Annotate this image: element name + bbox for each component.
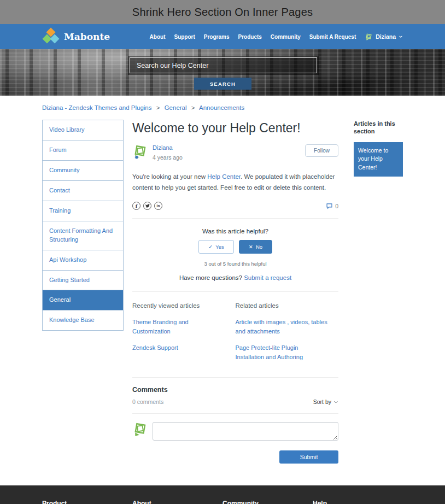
banner-title: Shrink Hero Section On Inner Pages xyxy=(132,6,313,19)
recently-viewed: Recently viewed articles Theme Branding … xyxy=(132,302,236,369)
comments-count-label: 0 comments xyxy=(132,398,163,405)
related-article-link[interactable]: Article with images , videos, tables and… xyxy=(236,318,329,336)
author-link[interactable]: Diziana xyxy=(153,144,305,151)
sort-by-dropdown[interactable]: Sort by xyxy=(313,398,338,405)
breadcrumb-section[interactable]: Announcements xyxy=(199,104,244,111)
nav-link-products[interactable]: Products xyxy=(238,34,262,40)
helpful-yes-button[interactable]: ✓ Yes xyxy=(198,240,234,254)
footer-heading: Help xyxy=(313,500,403,504)
section-article-current[interactable]: Welcome to your Help Center! xyxy=(354,142,403,177)
breadcrumb-category[interactable]: General xyxy=(165,104,187,111)
helpful-section: Was this article helpful? ✓ Yes ✕ No 3 o… xyxy=(132,227,338,283)
helpful-question: Was this article helpful? xyxy=(132,228,338,235)
sort-by-label: Sort by xyxy=(313,398,331,405)
comment-bubble-icon xyxy=(326,202,333,209)
share-row: f in 0 xyxy=(132,202,338,210)
user-avatar-icon xyxy=(365,33,373,41)
footer-col-help: Help Support Center Contact Us Live Chat… xyxy=(313,500,403,504)
commenter-avatar-icon xyxy=(132,422,148,437)
content-area: Video Library Forum Community Contact Tr… xyxy=(0,116,445,485)
twitter-icon[interactable] xyxy=(143,202,151,210)
related-articles-heading: Related articles xyxy=(236,302,329,309)
nav-link-about[interactable]: About xyxy=(150,34,166,40)
article-meta: Diziana 4 years ago Follow xyxy=(132,144,338,162)
sidebar-item-general[interactable]: General xyxy=(43,290,123,310)
breadcrumb-home[interactable]: Diziana - Zendesk Themes and Plugins xyxy=(42,104,152,111)
sidebar-item-api-workshop[interactable]: Api Workshop xyxy=(43,250,123,271)
helpful-stats: 3 out of 5 found this helpful xyxy=(132,261,338,267)
check-icon: ✓ xyxy=(208,244,213,250)
comment-submit-button[interactable]: Submit xyxy=(279,450,338,464)
nav-link-submit-request[interactable]: Submit A Request xyxy=(309,34,356,40)
no-label: No xyxy=(256,244,262,250)
comment-count-badge: 0 xyxy=(326,202,338,209)
linkedin-icon[interactable]: in xyxy=(154,202,162,210)
mabonte-logo-icon xyxy=(42,28,60,45)
breadcrumb-separator: > xyxy=(156,104,160,111)
divider xyxy=(132,413,338,414)
breadcrumb-separator: > xyxy=(191,104,195,111)
section-nav: Video Library Forum Community Contact Tr… xyxy=(42,120,124,331)
article-lists: Recently viewed articles Theme Branding … xyxy=(132,300,338,369)
yes-label: Yes xyxy=(215,244,224,250)
body-text-pre: You're looking at your new xyxy=(132,173,207,180)
footer-heading: About xyxy=(132,500,222,504)
articles-in-section-heading: Articles in this section xyxy=(354,120,403,136)
article-date: 4 years ago xyxy=(153,154,183,161)
user-menu[interactable]: Diziana xyxy=(365,33,403,41)
brand-name: Mabonte xyxy=(64,31,110,42)
related-articles: Related articles Article with images , v… xyxy=(236,302,339,369)
comments-section: Comments 0 comments Sort by Submit xyxy=(132,386,338,464)
nav-link-community[interactable]: Community xyxy=(271,34,301,40)
sidebar-item-community[interactable]: Community xyxy=(43,161,123,181)
footer-col-product: Product Features Example Pricing Benefit… xyxy=(42,500,132,504)
facebook-icon[interactable]: f xyxy=(132,202,140,210)
footer-col-about: About About Latest News Partners Jobs Fe… xyxy=(132,500,222,504)
comments-heading: Comments xyxy=(132,386,338,394)
comment-input[interactable] xyxy=(153,422,338,441)
sidebar-item-forum[interactable]: Forum xyxy=(43,140,123,161)
footer-col-community: Community Testimonial Forums Blog Pro Te… xyxy=(222,500,313,504)
footer-heading: Community xyxy=(222,500,313,504)
divider xyxy=(132,218,338,219)
footer: Product Features Example Pricing Benefit… xyxy=(0,485,445,504)
cross-icon: ✕ xyxy=(249,244,253,250)
search-button[interactable]: SEARCH xyxy=(194,78,251,90)
breadcrumb: Diziana - Zendesk Themes and Plugins > G… xyxy=(0,96,445,116)
search-input[interactable] xyxy=(130,57,317,73)
helpful-no-button[interactable]: ✕ No xyxy=(239,240,272,254)
follow-button[interactable]: Follow xyxy=(305,144,338,157)
divider xyxy=(132,377,338,378)
more-questions-text: Have more questions? xyxy=(179,274,242,281)
brand-logo[interactable]: Mabonte xyxy=(42,28,110,45)
sidebar-item-content-formatting[interactable]: Content Formatting And Structuring xyxy=(43,221,123,250)
articles-in-section: Articles in this section Welcome to your… xyxy=(354,120,403,177)
article-column: Welcome to your Help Center! Diziana 4 y… xyxy=(132,120,338,464)
divider xyxy=(132,291,338,292)
footer-heading: Product xyxy=(42,500,132,504)
hero-section: SEARCH xyxy=(0,49,445,96)
sidebar-item-knowledge-base[interactable]: Knowledge Base xyxy=(43,310,123,330)
user-name: Diziana xyxy=(376,33,396,40)
chevron-down-icon xyxy=(333,400,338,405)
sidebar-item-contact[interactable]: Contact xyxy=(43,181,123,201)
sidebar-item-getting-started[interactable]: Getting Started xyxy=(43,271,123,291)
comment-count: 0 xyxy=(335,203,338,209)
nav-links: About Support Programs Products Communit… xyxy=(150,33,403,41)
help-center-link[interactable]: Help Center xyxy=(207,173,241,180)
sidebar-item-video-library[interactable]: Video Library xyxy=(43,120,123,140)
recently-viewed-heading: Recently viewed articles xyxy=(132,302,226,309)
nav-link-programs[interactable]: Programs xyxy=(204,34,230,40)
nav-link-support[interactable]: Support xyxy=(174,34,195,40)
related-article-link[interactable]: Page Protect-lite Plugin Installation an… xyxy=(236,343,329,362)
navbar: Mabonte About Support Programs Products … xyxy=(0,24,445,49)
author-avatar-icon xyxy=(132,144,148,160)
recently-viewed-link[interactable]: Theme Branding and Customization xyxy=(132,318,226,336)
submit-request-link[interactable]: Submit a request xyxy=(244,274,291,281)
page-banner: Shrink Hero Section On Inner Pages xyxy=(0,0,445,24)
article-title: Welcome to your Help Center! xyxy=(132,121,338,136)
sidebar-item-training[interactable]: Training xyxy=(43,201,123,221)
comment-compose xyxy=(132,422,338,441)
chevron-down-icon xyxy=(399,34,403,39)
recently-viewed-link[interactable]: Zendesk Support xyxy=(132,343,226,353)
